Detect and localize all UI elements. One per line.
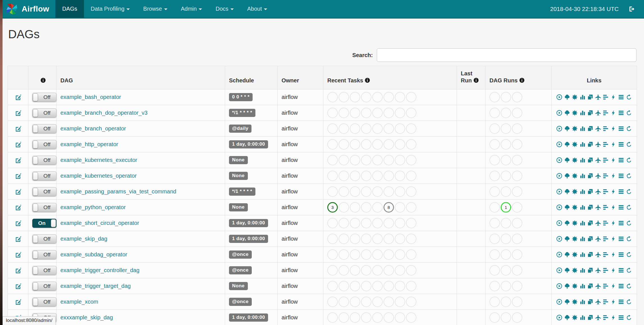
- align-justify-icon[interactable]: [618, 125, 624, 132]
- plane-icon[interactable]: [595, 94, 601, 100]
- plane-icon[interactable]: [595, 125, 601, 132]
- bar-chart-icon[interactable]: [579, 125, 586, 132]
- copy-docs-icon[interactable]: [587, 251, 593, 258]
- tree-icon[interactable]: [564, 283, 570, 289]
- nav-item-browse[interactable]: Browse: [137, 0, 174, 18]
- bar-chart-icon[interactable]: [579, 251, 586, 258]
- dag-pause-toggle[interactable]: Off: [32, 171, 56, 180]
- dag-link[interactable]: example_branch_dop_operator_v3: [60, 110, 148, 116]
- plane-icon[interactable]: [595, 283, 601, 289]
- bolt-icon[interactable]: [610, 204, 617, 211]
- gantt-bars-icon[interactable]: [602, 267, 609, 274]
- graph-burst-icon[interactable]: [572, 220, 578, 226]
- dag-link[interactable]: example_kubernetes_executor: [60, 157, 137, 163]
- align-justify-icon[interactable]: [618, 283, 624, 289]
- bar-chart-icon[interactable]: [579, 299, 586, 305]
- align-justify-icon[interactable]: [618, 188, 624, 195]
- plane-icon[interactable]: [595, 267, 601, 274]
- plane-icon[interactable]: [595, 251, 601, 258]
- copy-docs-icon[interactable]: [587, 141, 593, 148]
- dag-pause-toggle[interactable]: Off: [32, 282, 56, 291]
- copy-docs-icon[interactable]: [587, 220, 593, 226]
- align-justify-icon[interactable]: [618, 267, 624, 274]
- nav-item-data-profiling[interactable]: Data Profiling: [84, 0, 137, 18]
- bolt-icon[interactable]: [610, 141, 617, 148]
- search-input[interactable]: [377, 48, 636, 62]
- refresh-icon[interactable]: [626, 173, 632, 179]
- dag-link[interactable]: example_kubernetes_operator: [60, 173, 137, 179]
- gantt-bars-icon[interactable]: [602, 157, 609, 163]
- play-circle-icon[interactable]: [556, 314, 563, 321]
- dag-link[interactable]: example_branch_operator: [60, 125, 126, 132]
- plane-icon[interactable]: [595, 110, 601, 116]
- refresh-icon[interactable]: [626, 236, 632, 242]
- edit-dag-icon[interactable]: [15, 125, 22, 132]
- graph-burst-icon[interactable]: [572, 125, 578, 132]
- align-justify-icon[interactable]: [618, 314, 624, 321]
- dag-link[interactable]: example_xcom: [60, 299, 98, 305]
- gantt-bars-icon[interactable]: [602, 125, 609, 132]
- gantt-bars-icon[interactable]: [602, 220, 609, 226]
- dag-pause-toggle[interactable]: On: [32, 219, 56, 228]
- refresh-icon[interactable]: [626, 141, 632, 148]
- play-circle-icon[interactable]: [556, 141, 563, 148]
- gantt-bars-icon[interactable]: [602, 251, 609, 258]
- align-justify-icon[interactable]: [618, 204, 624, 211]
- dag-pause-toggle[interactable]: Off: [32, 156, 56, 165]
- refresh-icon[interactable]: [626, 283, 632, 289]
- play-circle-icon[interactable]: [556, 110, 563, 116]
- logout-button[interactable]: [628, 5, 636, 13]
- tree-icon[interactable]: [564, 188, 570, 195]
- copy-docs-icon[interactable]: [587, 125, 593, 132]
- align-justify-icon[interactable]: [618, 236, 624, 242]
- bolt-icon[interactable]: [610, 188, 617, 195]
- graph-burst-icon[interactable]: [572, 141, 578, 148]
- bar-chart-icon[interactable]: [579, 94, 586, 100]
- plane-icon[interactable]: [595, 204, 601, 211]
- graph-burst-icon[interactable]: [572, 157, 578, 163]
- graph-burst-icon[interactable]: [572, 267, 578, 274]
- gantt-bars-icon[interactable]: [602, 236, 609, 242]
- nav-item-dags[interactable]: DAGs: [55, 0, 84, 18]
- tree-icon[interactable]: [564, 157, 570, 163]
- refresh-icon[interactable]: [626, 125, 632, 132]
- align-justify-icon[interactable]: [618, 110, 624, 116]
- edit-dag-icon[interactable]: [15, 188, 22, 195]
- tree-icon[interactable]: [564, 125, 570, 132]
- align-justify-icon[interactable]: [618, 251, 624, 258]
- nav-item-about[interactable]: About: [241, 0, 274, 18]
- plane-icon[interactable]: [595, 173, 601, 179]
- dag-link[interactable]: example_short_circuit_operator: [60, 220, 139, 226]
- edit-dag-icon[interactable]: [15, 235, 22, 242]
- graph-burst-icon[interactable]: [572, 283, 578, 289]
- refresh-icon[interactable]: [626, 314, 632, 321]
- bar-chart-icon[interactable]: [579, 314, 586, 321]
- plane-icon[interactable]: [595, 141, 601, 148]
- airflow-brand[interactable]: Airflow: [3, 0, 55, 18]
- dag-pause-toggle[interactable]: Off: [32, 203, 56, 212]
- copy-docs-icon[interactable]: [587, 204, 593, 211]
- graph-burst-icon[interactable]: [572, 188, 578, 195]
- bar-chart-icon[interactable]: [579, 173, 586, 179]
- bar-chart-icon[interactable]: [579, 204, 586, 211]
- tree-icon[interactable]: [564, 267, 570, 274]
- gantt-bars-icon[interactable]: [602, 188, 609, 195]
- dag-pause-toggle[interactable]: Off: [32, 93, 56, 102]
- dag-link[interactable]: example_subdag_operator: [60, 251, 127, 258]
- gantt-bars-icon[interactable]: [602, 314, 609, 321]
- plane-icon[interactable]: [595, 157, 601, 163]
- gantt-bars-icon[interactable]: [602, 141, 609, 148]
- edit-dag-icon[interactable]: [15, 267, 22, 274]
- gantt-bars-icon[interactable]: [602, 173, 609, 179]
- dag-link[interactable]: example_skip_dag: [60, 236, 107, 242]
- gantt-bars-icon[interactable]: [602, 204, 609, 211]
- plane-icon[interactable]: [595, 220, 601, 226]
- nav-item-admin[interactable]: Admin: [174, 0, 209, 18]
- bolt-icon[interactable]: [610, 314, 617, 321]
- tree-icon[interactable]: [564, 299, 570, 305]
- graph-burst-icon[interactable]: [572, 236, 578, 242]
- refresh-icon[interactable]: [626, 204, 632, 211]
- gantt-bars-icon[interactable]: [602, 283, 609, 289]
- plane-icon[interactable]: [595, 314, 601, 321]
- bar-chart-icon[interactable]: [579, 141, 586, 148]
